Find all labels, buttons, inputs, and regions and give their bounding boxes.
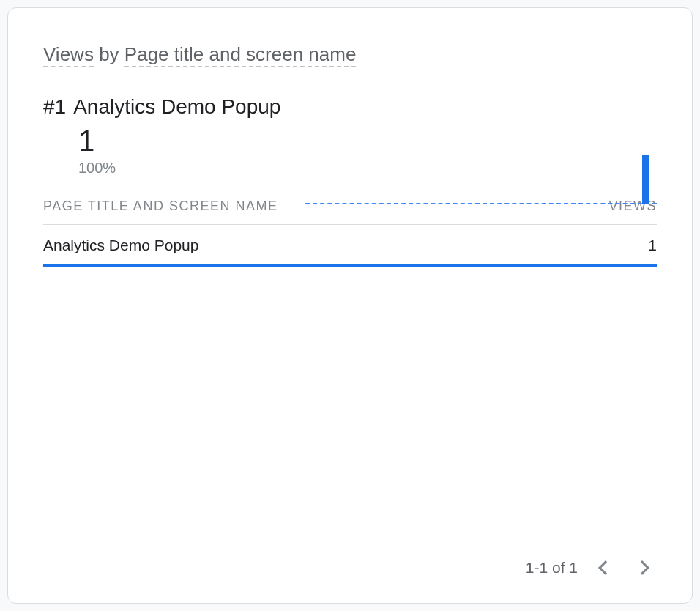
- top-item-percent: 100%: [78, 160, 280, 177]
- table-cell-value: 1: [648, 237, 657, 254]
- pagination-label: 1-1 of 1: [526, 559, 578, 577]
- top-item-name: Analytics Demo Popup: [73, 95, 280, 118]
- analytics-card: Views by Page title and screen name #1An…: [7, 7, 693, 604]
- top-item-value: 1: [78, 126, 280, 155]
- sparkline-chart: [305, 147, 657, 204]
- next-page-button[interactable]: [630, 555, 657, 581]
- table-header-dimension[interactable]: PAGE TITLE AND SCREEN NAME: [43, 199, 278, 214]
- table-cell-name: Analytics Demo Popup: [43, 237, 198, 254]
- sparkline-baseline: [305, 203, 657, 204]
- pagination: 1-1 of 1: [526, 555, 657, 581]
- metric-label[interactable]: Views: [43, 43, 94, 67]
- card-title: Views by Page title and screen name: [43, 43, 657, 66]
- rank-title: #1Analytics Demo Popup: [43, 95, 280, 119]
- chevron-left-icon: [598, 560, 613, 575]
- rank-number: #1: [43, 95, 66, 118]
- data-table: PAGE TITLE AND SCREEN NAME VIEWS Analyti…: [43, 199, 657, 267]
- dimension-label[interactable]: Page title and screen name: [124, 43, 357, 67]
- table-row[interactable]: Analytics Demo Popup 1: [43, 225, 657, 267]
- sparkline-bar: [642, 155, 649, 204]
- by-label: by: [99, 43, 119, 65]
- prev-page-button[interactable]: [591, 555, 617, 581]
- chevron-right-icon: [635, 560, 649, 575]
